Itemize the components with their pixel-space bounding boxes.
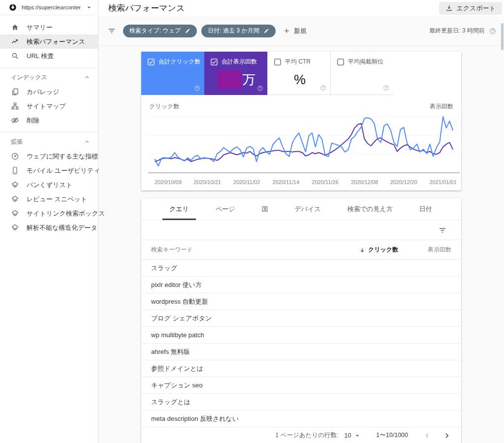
chevron-up-icon [84,74,91,81]
rows-per-page-select[interactable]: 10 [344,432,361,440]
sidebar: https://superclearcontents.c... サマリー検索パフ… [0,0,98,443]
previous-page-button[interactable] [423,431,432,440]
export-label: エクスポート [456,4,496,13]
table-row[interactable]: ahrefs 無料版 [141,344,461,360]
sidebar-section-index[interactable]: インデックス [0,70,98,85]
table-row[interactable]: ブログ シェアボタン [141,310,461,327]
x-axis-tick-label: 2020/11/02 [233,179,260,185]
speed-icon [11,152,19,160]
sidebar-section-enhancements[interactable]: 拡張 [0,134,98,149]
table-row[interactable]: meta description 反映されない [141,411,461,427]
sidebar-item-core-web-vitals[interactable]: ウェブに関する主な指標 [0,149,98,163]
chevron-up-icon [84,138,91,145]
tab-page[interactable]: ページ [202,198,249,220]
tab-date[interactable]: 日付 [406,198,445,220]
sidebar-item-review-snippets[interactable]: レビュー スニペット [0,192,98,206]
search-type-chip[interactable]: 検索タイプ: ウェブ [123,25,197,37]
help-icon[interactable] [383,85,389,91]
table-row[interactable]: キャプション seo [141,377,461,394]
tab-search-appearance[interactable]: 検索での見え方 [334,198,406,220]
sidebar-item-summary[interactable]: サマリー [0,20,98,34]
performance-chart[interactable] [141,115,461,176]
next-page-button[interactable] [442,431,451,440]
layers-icon [11,223,19,232]
keyword-cell: wp multibyte patch [151,331,332,339]
download-icon [445,4,453,12]
clicks-column-header[interactable]: クリック数 [332,246,398,254]
last-updated-text: 最終更新日: 3 時間前 [429,27,485,35]
metric-card-average-ctr[interactable]: 平均 CTR% [267,52,330,95]
metric-card-average-position[interactable]: 平均掲載順位 [330,52,393,95]
help-icon[interactable] [194,85,200,92]
sidebar-item-mobile-usability[interactable]: モバイル ユーザビリティ [0,163,98,178]
help-icon[interactable] [257,85,263,92]
x-axis-tick-label: 2020/11/14 [273,179,299,185]
sidebar-item-sitemaps[interactable]: サイトマップ [0,99,98,113]
sidebar-item-label: ウェブに関する主な指標 [27,152,98,161]
table-rows: スラッグpixlr editor 使い方wordpress 自動更新ブログ シェ… [141,260,461,427]
impressions-column-header[interactable]: 表示回数 [398,246,451,254]
metric-cards: 合計クリック数合計表示回数万平均 CTR%平均掲載順位 [141,52,461,95]
x-axis-tick-label: 2020/10/21 [194,179,221,185]
sidebar-item-label: 解析不能な構造化データ [27,223,97,232]
caret-down-icon [353,432,361,440]
sidebar-item-coverage[interactable]: カバレッジ [0,85,98,99]
checkbox-unchecked-icon[interactable] [274,59,281,65]
keyword-cell: wordpress 自動更新 [151,297,332,306]
metric-card-total-clicks[interactable]: 合計クリック数 [141,52,204,95]
table-row[interactable]: 参照ドメインとは [141,360,461,377]
sidebar-item-label: 削除 [27,116,39,125]
sidebar-item-unparsable-structured-data[interactable]: 解析不能な構造化データ [0,221,98,235]
sidebar-item-breadcrumbs[interactable]: パンくずリスト [0,178,98,192]
keyword-cell: スラッグ [151,264,332,273]
table-row[interactable]: スラッグ [141,260,461,277]
site-logo-icon [8,3,17,12]
keyword-column-header: 検索キーワード [151,246,332,254]
coverage-icon [11,88,19,96]
main-area: 検索パフォーマンス エクスポート 検索タイプ: ウェブ日付: 過去 3 か月間 … [98,0,504,443]
eye-off-icon [11,116,19,125]
table-row[interactable]: wp multibyte patch [141,327,461,344]
metric-card-total-impressions[interactable]: 合計表示回数万 [204,52,267,95]
metric-value-text: 万 [242,71,255,89]
filter-chips: 検索タイプ: ウェブ日付: 過去 3 か月間 [123,25,276,37]
tab-country[interactable]: 国 [249,198,282,220]
sidebar-item-label: サマリー [27,23,53,32]
help-icon[interactable] [489,28,496,34]
x-axis-tick-label: 2020/11/26 [312,179,339,185]
redacted-value-box [218,70,242,89]
checkbox-checked-icon[interactable] [211,59,218,65]
filter-icon [107,27,116,35]
help-icon[interactable] [320,85,326,91]
table-row[interactable]: wordpress 自動更新 [141,293,461,310]
checkbox-checked-icon[interactable] [148,59,155,65]
x-axis-tick-label: 2020/12/20 [390,179,417,185]
table-row[interactable]: スラッグとは [141,394,461,411]
export-button[interactable]: エクスポート [439,2,502,15]
sidebar-divider [0,132,98,132]
property-selector[interactable]: https://superclearcontents.c... [0,0,98,15]
date-range-chip[interactable]: 日付: 過去 3 か月間 [201,25,275,37]
chart-x-axis-labels: 2020/10/092020/10/212020/11/022020/11/14… [141,176,461,190]
chip-label: 日付: 過去 3 か月間 [208,27,259,35]
new-filter-button[interactable]: 新規 [283,27,307,35]
mobile-icon [11,166,19,175]
sidebar-section-label: インデックス [11,73,47,82]
filter-bar: 検索タイプ: ウェブ日付: 過去 3 か月間 新規 最終更新日: 3 時間前 [98,16,504,46]
checkbox-unchecked-icon[interactable] [337,59,344,65]
metric-card-label: 合計クリック数 [158,58,200,66]
keyword-cell: スラッグとは [151,398,332,407]
sidebar-item-search-performance[interactable]: 検索パフォーマンス [0,34,98,49]
scrollbar-thumb[interactable] [501,23,504,50]
sidebar-item-sitelinks-searchbox[interactable]: サイトリンク検索ボックス [0,206,98,221]
pencil-icon [185,28,190,33]
tab-device[interactable]: デバイス [282,198,334,220]
table-filter-icon[interactable] [438,226,447,235]
home-icon [11,23,19,32]
table-row[interactable]: pixlr editor 使い方 [141,277,461,293]
sidebar-item-url-inspection[interactable]: URL 検査 [0,49,98,63]
sidebar-item-removals[interactable]: 削除 [0,113,98,127]
metric-card-header: 平均掲載順位 [337,58,393,66]
tab-query[interactable]: クエリ [156,198,202,220]
keyword-cell: pixlr editor 使い方 [151,281,332,289]
